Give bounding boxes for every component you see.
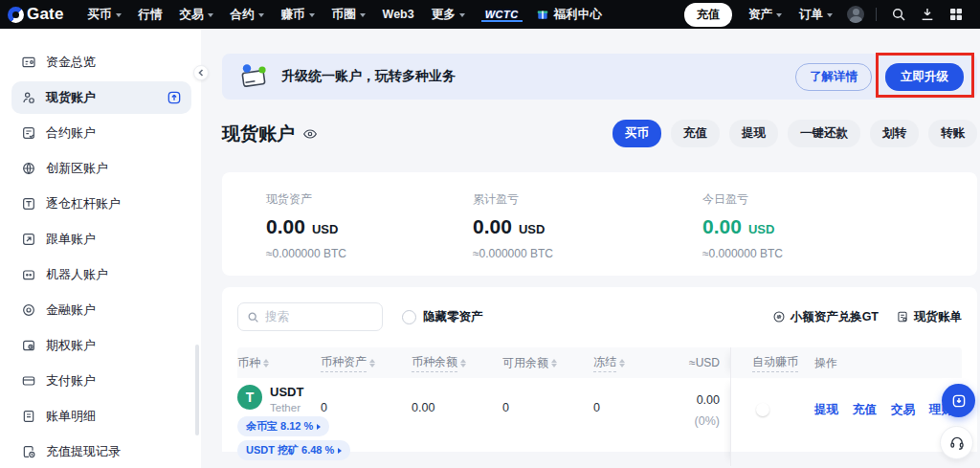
sidebar-item-futures-account[interactable]: 合约账户 [11,117,191,149]
nav-item-more[interactable]: 更多 [432,7,465,23]
stat-currency: USD [748,222,774,236]
usd-value: 0.00 [679,393,720,407]
withdraw-link[interactable]: 提现 [814,402,838,418]
finance-account-icon [21,302,36,318]
deposit-action-button[interactable]: 充值 [671,120,720,147]
nav-item-markets[interactable]: 行情 [139,7,163,23]
upgrade-transfer-icon[interactable] [167,90,182,105]
coin-cell: T USDT Tether 余币宝 8.12 % USDT 挖矿 6.4 [237,378,321,466]
sidebar-item-options-account[interactable]: 期权账户 [11,329,191,362]
nav-item-web3[interactable]: Web3 [383,8,414,21]
usdt-mining-rate-badge[interactable]: USDT 挖矿 6.48 % [237,440,350,460]
top-navbar: Gate 买币 行情 交易 合约 赚币 币圈 Web3 更多 WCTC 福利中心… [0,0,980,29]
col-frozen[interactable]: 冻结 [593,347,625,378]
download-app-icon[interactable] [920,7,935,22]
radio-circle[interactable] [402,310,416,324]
navbar-left: Gate 买币 行情 交易 合约 赚币 币圈 Web3 更多 WCTC 福利中心 [8,5,602,24]
sidebar-item-copy-trading-account[interactable]: 跟单账户 [11,223,191,256]
search-box[interactable] [237,302,383,331]
sort-icon[interactable] [263,359,269,368]
sidebar-collapse-button[interactable] [193,65,209,80]
stat-value: 0.00 [266,215,305,238]
sort-icon[interactable] [619,359,625,368]
app-root: Gate 买币 行情 交易 合约 赚币 币圈 Web3 更多 WCTC 福利中心… [0,0,980,468]
deposit-link[interactable]: 充值 [853,402,877,418]
sidebar-item-isolated-margin-account[interactable]: 逐仓杠杆账户 [11,188,191,220]
avatar[interactable] [847,6,864,23]
visibility-eye-icon[interactable] [302,126,318,142]
convert-small-assets-link[interactable]: 小额资产兑换GT [772,309,879,325]
learn-more-button[interactable]: 了解详情 [795,63,872,91]
overview-icon [21,55,36,70]
sidebar-item-asset-overview[interactable]: 资金总览 [11,46,191,78]
sidebar-item-label: 机器人账户 [46,266,108,283]
hide-zero-assets-toggle[interactable]: 隐藏零资产 [402,309,483,325]
cell-usd: 0.00 (0%) [679,378,720,466]
assets-table-card: 隐藏零资产 小额资产兑换GT 现货账单 [222,287,977,452]
stat-total-pnl: 累计盈亏 0.00USD ≈0.000000 BTC [473,191,702,276]
sort-icon[interactable] [369,359,375,368]
nav-item-buy-crypto[interactable]: 买币 [88,7,122,23]
nav-item-assets[interactable]: 资产 [748,7,782,23]
search-input[interactable] [265,310,373,323]
sidebar-item-bot-account[interactable]: 机器人账户 [11,258,191,291]
download-app-fab[interactable] [942,384,975,417]
wctc-logo[interactable]: WCTC [481,8,523,22]
sidebar-item-innovation-account[interactable]: 创新区账户 [11,152,191,185]
table-row-usdt: T USDT Tether 余币宝 8.12 % USDT 挖矿 6.4 [237,378,962,466]
gate-logo-text: Gate [27,5,64,24]
one-click-repay-button[interactable]: 一键还款 [788,120,860,147]
col-coin-balance[interactable]: 币种余额 [412,347,466,378]
buy-crypto-button[interactable]: 买币 [612,120,661,147]
sidebar-item-bill-details[interactable]: 账单明细 [11,400,191,433]
banner-actions: 了解详情 立即升级 [795,63,964,91]
customer-support-fab[interactable] [940,426,973,459]
col-auto-earn[interactable]: 自动赚币 [752,347,798,378]
col-available[interactable]: 可用余额 [502,347,557,378]
chevron-right-icon [338,448,342,454]
deposit-button[interactable]: 充值 [684,3,732,27]
nav-item-trade[interactable]: 交易 [180,7,213,23]
search-icon[interactable] [891,7,906,22]
hide-zero-label: 隐藏零资产 [423,309,483,325]
nav-item-earn[interactable]: 赚币 [281,7,315,23]
cell-frozen: 0 [593,378,679,466]
upgrade-now-button[interactable]: 立即升级 [885,63,964,91]
stat-btc-approx: ≈0.000000 BTC [702,247,909,260]
sidebar-item-finance-account[interactable]: 金融账户 [11,294,191,326]
col-coin[interactable]: 币种 [237,347,269,378]
stat-value: 0.00 [702,215,742,238]
apps-grid-icon[interactable] [948,7,964,22]
search-icon [247,311,259,323]
sidebar-item-label: 充值提现记录 [46,443,121,460]
chevron-down-icon [827,13,833,17]
sidebar-item-deposit-withdraw-history[interactable]: 充值提现记录 [11,435,191,468]
yubibao-rate-badge[interactable]: 余币宝 8.12 % [237,416,329,436]
usd-percent: (0%) [679,414,720,428]
chevron-down-icon [459,13,465,17]
transfer-internal-button[interactable]: 划转 [870,120,919,147]
page-title: 现货账户 [222,122,295,146]
col-coin-assets[interactable]: 币种资产 [321,347,375,378]
tether-coin-icon: T [237,385,262,410]
banner-left: 升级统一账户，玩转多种业务 [237,62,456,91]
sort-icon[interactable] [460,359,466,368]
nav-item-orders[interactable]: 订单 [799,7,833,23]
stat-value: 0.00 [473,215,512,238]
sort-icon[interactable] [551,359,557,368]
gate-logo[interactable]: Gate [8,5,64,24]
nav-item-futures[interactable]: 合约 [231,7,264,23]
page-layout: 资金总览 现货账户 合约账户 创新区账户 逐仓杠杆账户 [0,29,980,468]
sidebar-item-pay-account[interactable]: 支付账户 [11,365,191,397]
sidebar-scrollbar[interactable] [195,345,199,435]
nav-item-rewards-center[interactable]: 福利中心 [536,7,602,23]
trade-link[interactable]: 交易 [891,402,915,418]
withdraw-action-button[interactable]: 提现 [729,120,778,147]
sidebar-item-label: 账单明细 [46,408,96,425]
stat-label: 现货资产 [266,191,473,208]
transfer-out-button[interactable]: 转账 [928,120,977,147]
sidebar-item-spot-account[interactable]: 现货账户 [11,81,191,114]
spot-bill-link[interactable]: 现货账单 [896,309,962,325]
nav-item-square[interactable]: 币圈 [332,7,366,23]
col-operations: 操作 [814,347,837,378]
